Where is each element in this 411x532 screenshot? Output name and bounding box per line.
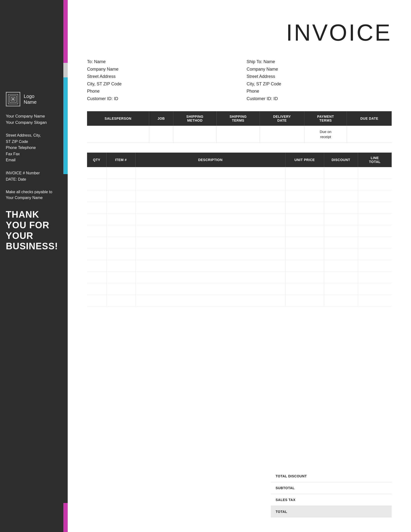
table-cell [285, 214, 324, 225]
table-cell [358, 179, 392, 190]
table-cell [87, 190, 106, 202]
total-discount-row: TOTAL DISCOUNT [271, 470, 392, 482]
table-cell [324, 190, 358, 202]
table-row [87, 179, 392, 190]
col-line-total: LINETOTAL [358, 152, 392, 167]
table-cell [135, 272, 285, 283]
table-cell [324, 272, 358, 283]
table-cell [285, 202, 324, 214]
col-delivery-date: DELIVERYDATE [260, 111, 304, 126]
table-row [87, 202, 392, 214]
info-row: Due onreceipt [87, 126, 392, 143]
table-cell [358, 225, 392, 237]
table-row [87, 283, 392, 295]
table-cell [106, 248, 135, 260]
sidebar: LogoName Your Company Name Your Company … [0, 0, 68, 532]
items-tbody [87, 167, 392, 306]
table-cell [285, 190, 324, 202]
ship-to-company: Company Name [247, 66, 392, 73]
info-shipping-method [173, 126, 217, 143]
subtotal-label: SUBTOTAL [276, 486, 295, 490]
accent-middle [63, 63, 68, 77]
table-row [87, 237, 392, 248]
table-cell [135, 283, 285, 295]
table-cell [87, 237, 106, 248]
ship-to-street: Street Address [247, 73, 392, 80]
table-cell [285, 248, 324, 260]
table-cell [358, 167, 392, 179]
table-cell [324, 283, 358, 295]
main-content: INVOICE To: Name Company Name Street Add… [68, 0, 411, 532]
table-cell [87, 202, 106, 214]
table-cell [87, 283, 106, 295]
table-row [87, 248, 392, 260]
col-unit-price: UNIT PRICE [285, 152, 324, 167]
info-due-date [347, 126, 392, 143]
table-cell [106, 214, 135, 225]
table-cell [87, 214, 106, 225]
svg-rect-3 [12, 98, 14, 100]
table-cell [358, 214, 392, 225]
items-table: QTY ITEM # DESCRIPTION UNIT PRICE DISCOU… [87, 152, 392, 307]
table-cell [324, 248, 358, 260]
ship-to-phone: Phone [247, 87, 392, 95]
table-cell [87, 272, 106, 283]
info-delivery-date [260, 126, 304, 143]
table-cell [324, 179, 358, 190]
table-cell [358, 283, 392, 295]
table-cell [87, 179, 106, 190]
table-cell [106, 260, 135, 272]
company-name: Your Company Name [6, 113, 58, 119]
address-line2: ST ZIP Code [6, 139, 58, 145]
table-cell [358, 248, 392, 260]
table-cell [324, 260, 358, 272]
company-slogan: Your Company Slogan [6, 119, 58, 126]
table-cell [324, 237, 358, 248]
bill-to-name: To: Name [87, 58, 232, 66]
total-row: TOTAL [271, 506, 392, 517]
table-cell [358, 295, 392, 306]
table-cell [285, 272, 324, 283]
table-cell [358, 202, 392, 214]
col-description: DESCRIPTION [135, 152, 285, 167]
table-cell [324, 202, 358, 214]
invoice-meta: INVOICE # Number DATE: Date [6, 170, 58, 182]
table-cell [285, 237, 324, 248]
total-discount-label: TOTAL DISCOUNT [276, 474, 307, 478]
table-cell [358, 272, 392, 283]
date: DATE: Date [6, 176, 58, 183]
table-cell [106, 202, 135, 214]
table-cell [285, 179, 324, 190]
table-row [87, 225, 392, 237]
table-cell [285, 167, 324, 179]
table-row [87, 214, 392, 225]
info-salesperson [87, 126, 149, 143]
col-discount: DISCOUNT [324, 152, 358, 167]
table-row [87, 260, 392, 272]
table-cell [106, 179, 135, 190]
col-due-date: DUE DATE [347, 111, 392, 126]
checks-payable: Make all checks payable to Your Company … [6, 189, 58, 201]
table-cell [87, 248, 106, 260]
table-cell [106, 283, 135, 295]
info-job [149, 126, 173, 143]
accent-bottom [63, 503, 68, 532]
table-cell [87, 260, 106, 272]
invoice-title: INVOICE [87, 19, 392, 46]
ship-to-customer-id: Customer ID: ID [247, 95, 392, 103]
logo-icon [6, 92, 20, 106]
bill-to-phone: Phone [87, 87, 232, 95]
phone: Phone Telephone [6, 145, 58, 151]
table-cell [135, 202, 285, 214]
info-payment-terms: Due onreceipt [304, 126, 347, 143]
table-cell [106, 237, 135, 248]
col-shipping-terms: SHIPPINGTERMS [216, 111, 260, 126]
logo-text: LogoName [24, 93, 37, 105]
table-cell [106, 295, 135, 306]
table-cell [358, 260, 392, 272]
table-row [87, 167, 392, 179]
bill-to-block: To: Name Company Name Street Address Cit… [87, 58, 232, 103]
table-row [87, 295, 392, 306]
table-cell [285, 225, 324, 237]
table-cell [106, 225, 135, 237]
